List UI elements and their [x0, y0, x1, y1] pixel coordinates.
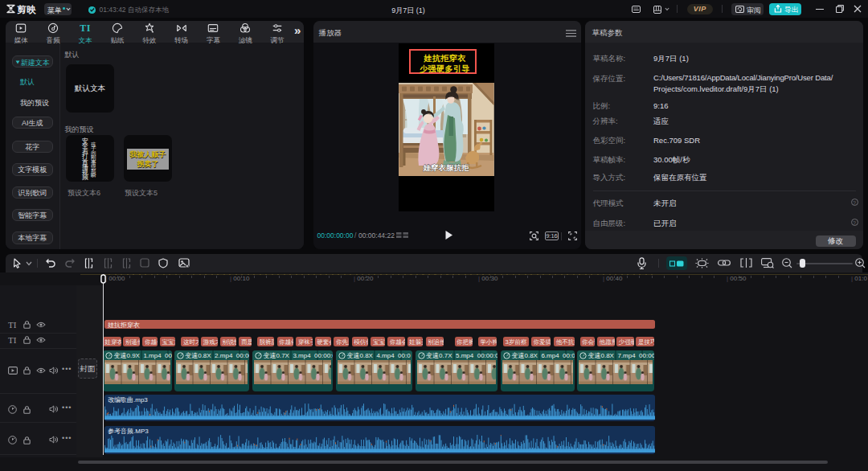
svg-text:娃穿衣服抗拒: 娃穿衣服抗拒 — [423, 163, 470, 172]
